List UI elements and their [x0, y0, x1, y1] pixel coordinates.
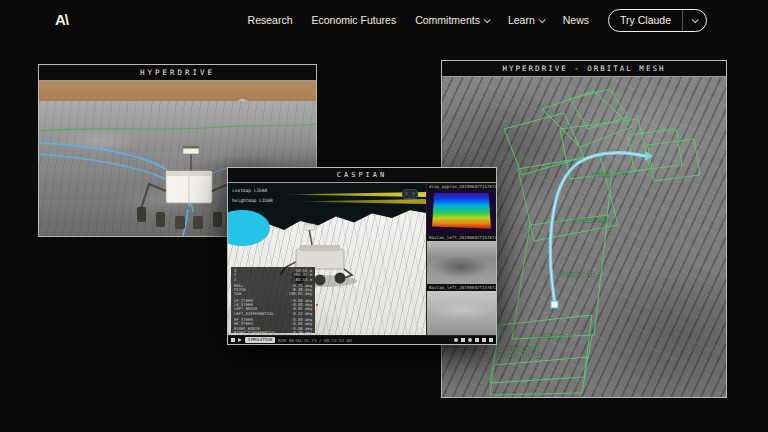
timecode: 00:04:15.73 / 00:13:52.00	[289, 338, 352, 343]
green-route-line	[39, 124, 316, 131]
orbital-panel-title: HYPERDRIVE - ORBITAL MESH	[442, 61, 726, 77]
record-icon[interactable]	[454, 338, 458, 342]
try-claude-button[interactable]: Try Claude	[608, 9, 707, 32]
caspian-panel: CASPIAN costmap LIDAR heightmap LIDAR	[227, 167, 497, 345]
waypoint-marker	[316, 304, 318, 306]
nav-research[interactable]: Research	[248, 14, 293, 26]
camera-icon[interactable]	[461, 338, 465, 342]
site-header: A\ Research Economic Futures Commitments…	[0, 0, 768, 40]
statusbar-tools	[454, 338, 493, 342]
mesh-label: costmap_m_17	[536, 333, 572, 339]
navcam-rectified-thumbnail[interactable]	[427, 291, 496, 335]
simulation-tag: SIMULATION	[245, 337, 275, 343]
playback-statusbar: SIMULATION RUN 00:04:15.73 / 00:13:52.00	[228, 335, 496, 344]
mesh-label: terrain_tile_21	[496, 352, 541, 358]
chevron-down-icon	[538, 16, 545, 23]
mesh-label: costmap_m_02	[590, 171, 626, 177]
disparity-map-thumbnail[interactable]	[427, 190, 496, 234]
mesh-label: costmap_m_05	[572, 217, 608, 223]
rover-position-marker	[551, 301, 558, 308]
play-icon[interactable]	[238, 338, 242, 342]
main-nav: Research Economic Futures Commitments Le…	[248, 0, 707, 40]
rover-model	[137, 146, 241, 229]
caspian-3d-view[interactable]: costmap LIDAR heightmap LIDAR	[228, 183, 426, 335]
nav-commitments[interactable]: Commitments	[415, 14, 489, 26]
thumbnail-caption: NavCam_left_20190602T157672-1.png	[427, 234, 496, 241]
layers-icon[interactable]	[482, 338, 486, 342]
run-label: RUN	[278, 338, 286, 343]
hyperdrive-panel-title: HYPERDRIVE	[39, 65, 316, 81]
nav-learn[interactable]: Learn	[508, 14, 544, 26]
fullscreen-icon[interactable]	[489, 338, 493, 342]
chevron-down-icon	[683, 18, 706, 23]
nav-news[interactable]: News	[563, 14, 589, 26]
navcam-thumbnail[interactable]	[427, 241, 496, 285]
thumbnail-caption: NavCam_left_20190602T157672-1_rectified.…	[427, 284, 496, 291]
grid-icon[interactable]	[475, 338, 479, 342]
caspian-panel-title: CASPIAN	[228, 168, 496, 183]
chevron-down-icon	[484, 16, 491, 23]
nav-economic-futures[interactable]: Economic Futures	[312, 14, 397, 26]
mesh-label: costmap_m_21	[502, 345, 538, 351]
stop-icon[interactable]	[231, 338, 235, 342]
mesh-label: costmap_m_11	[558, 271, 594, 277]
settings-icon[interactable]	[468, 338, 472, 342]
telemetry-readout: X-92.53 m Y-190.47 m Z-80.53 m ROLL-0.75…	[231, 267, 315, 333]
camera-thumbnail-sidebar: disp_approx_20190602T157672-1.png NavCam…	[426, 183, 496, 335]
anthropic-logo[interactable]: A\	[55, 11, 68, 28]
thumbnail-caption: disp_approx_20190602T157672-1.png	[427, 183, 496, 190]
